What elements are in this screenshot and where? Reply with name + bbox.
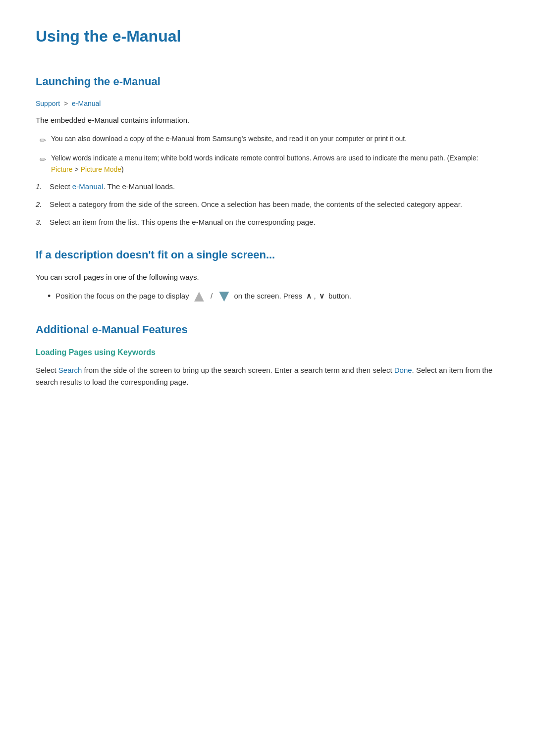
- up-triangle-icon: [194, 292, 204, 302]
- steps-list: 1. Select e-Manual. The e-Manual loads. …: [36, 181, 499, 228]
- note-text-1: You can also download a copy of the e-Ma…: [51, 133, 407, 144]
- launching-section-title: Launching the e-Manual: [36, 73, 499, 90]
- scroll-text-before: Position the focus on the page to displa…: [55, 292, 189, 300]
- step-1: 1. Select e-Manual. The e-Manual loads.: [36, 181, 499, 193]
- additional-section: Additional e-Manual Features Loading Pag…: [36, 321, 499, 389]
- note2-middle: >: [73, 165, 81, 173]
- pencil-icon-2: ✏: [40, 153, 46, 166]
- step-1-num: 1.: [36, 181, 50, 193]
- breadcrumb-part2[interactable]: e-Manual: [72, 100, 101, 107]
- comma-sep: ,: [314, 292, 316, 300]
- note-item-2: ✏ Yellow words indicate a menu item; whi…: [36, 152, 499, 175]
- loading-highlight1: Search: [58, 366, 82, 374]
- step-2-num: 2.: [36, 199, 50, 210]
- loading-text-before: Select: [36, 366, 58, 374]
- scroll-bullet-item: • Position the focus on the page to disp…: [48, 290, 499, 302]
- description-section-title: If a description doesn't fit on a single…: [36, 246, 499, 263]
- step-3: 3. Select an item from the list. This op…: [36, 216, 499, 228]
- note2-text-after: ): [121, 165, 124, 173]
- breadcrumb: Support > e-Manual: [36, 98, 499, 109]
- step-1-text: Select e-Manual. The e-Manual loads.: [50, 181, 175, 193]
- step-2-text: Select a category from the side of the s…: [50, 199, 462, 210]
- down-triangle-icon: [219, 292, 229, 302]
- button-label: button.: [328, 292, 351, 300]
- bullet-dot: •: [48, 290, 51, 302]
- scroll-text-after: on the screen. Press: [234, 292, 303, 300]
- step-2: 2. Select a category from the side of th…: [36, 199, 499, 210]
- note2-highlight2: Picture Mode: [81, 165, 121, 173]
- scroll-bullet-list: • Position the focus on the page to disp…: [36, 290, 499, 302]
- step-3-text: Select an item from the list. This opens…: [50, 216, 316, 228]
- inline-icon-down-shape: [218, 290, 230, 302]
- pencil-icon-1: ✏: [40, 134, 46, 147]
- note-text-2: Yellow words indicate a menu item; white…: [51, 152, 499, 175]
- loading-description: Select Search from the side of the scree…: [36, 364, 499, 388]
- description-intro: You can scroll pages in one of the follo…: [36, 271, 499, 283]
- loading-subsection-title: Loading Pages using Keywords: [36, 346, 499, 359]
- step1-after: . The e-Manual loads.: [103, 182, 175, 191]
- loading-text-middle: from the side of the screen to bring up …: [82, 366, 394, 374]
- breadcrumb-part1[interactable]: Support: [36, 100, 60, 107]
- step1-before: Select: [50, 182, 72, 191]
- press-up-btn: ∧: [306, 292, 314, 300]
- note2-text-before: Yellow words indicate a menu item; white…: [51, 154, 479, 162]
- step1-highlight: e-Manual: [72, 182, 104, 191]
- note-item-1: ✏ You can also download a copy of the e-…: [36, 133, 499, 147]
- breadcrumb-separator: >: [64, 100, 70, 107]
- chevron-down-btn: ∨: [319, 292, 324, 300]
- additional-section-title: Additional e-Manual Features: [36, 321, 499, 338]
- launching-section: Launching the e-Manual Support > e-Manua…: [36, 73, 499, 228]
- step-3-num: 3.: [36, 216, 50, 228]
- scroll-text: Position the focus on the page to displa…: [55, 290, 351, 302]
- chevron-up-btn: ∧: [306, 292, 312, 300]
- loading-highlight2: Done: [394, 366, 412, 374]
- press-down-btn: ∨: [319, 292, 326, 300]
- launching-intro: The embedded e-Manual contains informati…: [36, 114, 499, 126]
- loading-subsection: Loading Pages using Keywords Select Sear…: [36, 346, 499, 389]
- page-title: Using the e-Manual: [36, 24, 499, 53]
- note2-highlight1: Picture: [51, 165, 73, 173]
- scroll-slash: /: [211, 292, 213, 300]
- description-section: If a description doesn't fit on a single…: [36, 246, 499, 302]
- inline-icon-up-shape: [193, 290, 205, 302]
